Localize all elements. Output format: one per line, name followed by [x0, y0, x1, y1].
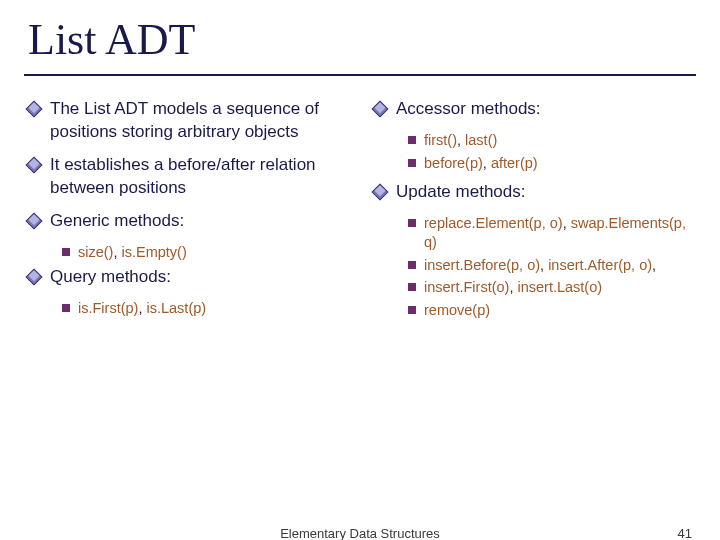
diamond-icon	[372, 101, 389, 118]
diamond-icon	[26, 213, 43, 230]
bullet-text: insert.Before(p, o), insert.After(p, o),	[424, 256, 656, 275]
diamond-icon	[26, 101, 43, 118]
diamond-icon	[26, 157, 43, 174]
bullet-level1: Update methods:	[374, 181, 692, 204]
square-icon	[62, 248, 70, 256]
bullet-level2: is.First(p), is.Last(p)	[62, 299, 346, 318]
right-column: Accessor methods: first(), last() before…	[374, 98, 692, 324]
method-name: insert.Last(o)	[517, 279, 602, 295]
left-column: The List ADT models a sequence of positi…	[28, 98, 346, 324]
bullet-level1: Accessor methods:	[374, 98, 692, 121]
method-name: size()	[78, 244, 113, 260]
bullet-text: Query methods:	[50, 266, 346, 289]
bullet-level1: It establishes a before/after relation b…	[28, 154, 346, 200]
footer-center: Elementary Data Structures	[0, 526, 720, 540]
bullet-level2: replace.Element(p, o), swap.Elements(p, …	[408, 214, 692, 252]
content-columns: The List ADT models a sequence of positi…	[0, 98, 720, 324]
bullet-level2: remove(p)	[408, 301, 692, 320]
sep: ,	[563, 215, 571, 231]
bullet-text: before(p), after(p)	[424, 154, 538, 173]
bullet-level1: Query methods:	[28, 266, 346, 289]
bullet-text: remove(p)	[424, 301, 490, 320]
bullet-text: first(), last()	[424, 131, 497, 150]
bullet-text: It establishes a before/after relation b…	[50, 154, 346, 200]
title-underline	[24, 74, 696, 76]
method-name: is.First(p)	[78, 300, 138, 316]
method-name: replace.Element(p, o)	[424, 215, 563, 231]
square-icon	[408, 136, 416, 144]
method-name: insert.After(p, o)	[548, 257, 652, 273]
diamond-icon	[372, 184, 389, 201]
method-name: after(p)	[491, 155, 538, 171]
square-icon	[408, 306, 416, 314]
square-icon	[408, 159, 416, 167]
method-name: first()	[424, 132, 457, 148]
method-name: is.Last(p)	[146, 300, 206, 316]
square-icon	[408, 261, 416, 269]
bullet-level2: before(p), after(p)	[408, 154, 692, 173]
method-name: before(p)	[424, 155, 483, 171]
sep: ,	[457, 132, 465, 148]
sep: ,	[540, 257, 548, 273]
sep: ,	[483, 155, 491, 171]
sep: ,	[113, 244, 121, 260]
bullet-level1: Generic methods:	[28, 210, 346, 233]
bullet-text: Accessor methods:	[396, 98, 692, 121]
square-icon	[62, 304, 70, 312]
bullet-level2: size(), is.Empty()	[62, 243, 346, 262]
square-icon	[408, 283, 416, 291]
bullet-level1: The List ADT models a sequence of positi…	[28, 98, 346, 144]
sep: ,	[652, 257, 656, 273]
bullet-level2: insert.Before(p, o), insert.After(p, o),	[408, 256, 692, 275]
bullet-level2: first(), last()	[408, 131, 692, 150]
square-icon	[408, 219, 416, 227]
bullet-text: Generic methods:	[50, 210, 346, 233]
bullet-text: is.First(p), is.Last(p)	[78, 299, 206, 318]
method-name: remove(p)	[424, 302, 490, 318]
slide-title: List ADT	[28, 16, 720, 64]
method-name: insert.First(o)	[424, 279, 509, 295]
bullet-text: insert.First(o), insert.Last(o)	[424, 278, 602, 297]
bullet-text: Update methods:	[396, 181, 692, 204]
method-name: is.Empty()	[122, 244, 187, 260]
method-name: insert.Before(p, o)	[424, 257, 540, 273]
bullet-text: The List ADT models a sequence of positi…	[50, 98, 346, 144]
method-name: last()	[465, 132, 497, 148]
bullet-text: replace.Element(p, o), swap.Elements(p, …	[424, 214, 692, 252]
diamond-icon	[26, 268, 43, 285]
page-number: 41	[678, 526, 692, 540]
bullet-text: size(), is.Empty()	[78, 243, 187, 262]
bullet-level2: insert.First(o), insert.Last(o)	[408, 278, 692, 297]
